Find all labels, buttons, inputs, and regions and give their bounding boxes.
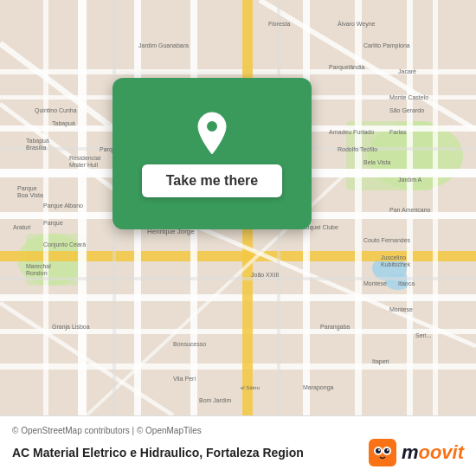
- svg-text:Boa Vista: Boa Vista: [17, 192, 43, 198]
- svg-text:Marechal: Marechal: [26, 263, 51, 269]
- svg-text:Montese: Montese: [389, 306, 413, 312]
- svg-text:Parquelândia: Parquelândia: [329, 64, 364, 71]
- svg-text:Álvaro Weyne: Álvaro Weyne: [338, 20, 376, 28]
- svg-text:Parque: Parque: [43, 220, 63, 227]
- svg-text:Jardim A: Jardim A: [398, 177, 422, 183]
- svg-text:Jardim Guanabara: Jardim Guanabara: [138, 42, 189, 48]
- svg-text:Mister Hull: Mister Hull: [69, 162, 99, 168]
- svg-point-87: [376, 448, 381, 453]
- take-me-there-button[interactable]: Take me there: [142, 164, 282, 197]
- svg-text:Farlas: Farlas: [389, 129, 407, 135]
- svg-rect-84: [369, 439, 396, 466]
- svg-text:el Sátiro: el Sátiro: [241, 385, 261, 390]
- svg-text:Tabapuá: Tabapuá: [52, 120, 75, 127]
- svg-text:Bonsucesso: Bonsucesso: [173, 341, 206, 347]
- map-container: Henrique Jorge João XXIII Jóquei Clube P…: [0, 0, 476, 415]
- svg-text:Itaoca: Itaoca: [398, 280, 415, 286]
- svg-text:Maraponga: Maraponga: [303, 384, 334, 391]
- svg-text:Carlito Pamplona: Carlito Pamplona: [363, 42, 410, 49]
- svg-text:Parque: Parque: [17, 185, 37, 192]
- svg-text:Tabapuá: Tabapuá: [26, 138, 49, 145]
- svg-text:Kubitschek: Kubitschek: [381, 261, 411, 267]
- svg-text:Rondon: Rondon: [26, 270, 48, 276]
- svg-text:Residencial: Residencial: [69, 155, 101, 161]
- svg-text:Araturi: Araturi: [13, 224, 31, 230]
- svg-text:Montese: Montese: [363, 280, 387, 286]
- svg-text:Floresta: Floresta: [268, 21, 290, 27]
- moovit-text-label: moovit: [402, 441, 464, 464]
- svg-point-88: [384, 448, 389, 453]
- svg-text:Jacaré: Jacaré: [398, 68, 416, 74]
- moovit-brand: moovit: [369, 439, 464, 466]
- attribution-text: © OpenStreetMap contributors | © OpenMap…: [12, 426, 464, 435]
- svg-text:São Gerardo: São Gerardo: [389, 107, 424, 113]
- svg-rect-15: [0, 363, 476, 370]
- svg-text:Monte Castelo: Monte Castelo: [389, 94, 428, 100]
- svg-text:Seri...: Seri...: [415, 332, 431, 338]
- svg-text:Pan Americano: Pan Americano: [389, 207, 431, 213]
- svg-text:Brasília: Brasília: [26, 145, 46, 151]
- svg-text:Couto Fernandes: Couto Fernandes: [363, 237, 411, 243]
- svg-point-83: [206, 120, 218, 132]
- location-card: Take me there: [113, 78, 312, 229]
- svg-text:Vila Peri: Vila Peri: [173, 376, 196, 382]
- svg-text:Parangaba: Parangaba: [320, 324, 350, 331]
- location-title: AC Material Eletrico e Hidraulico, Forta…: [12, 446, 304, 460]
- svg-text:Itaperi: Itaperi: [372, 358, 389, 365]
- moovit-owl-icon: [369, 439, 396, 466]
- svg-text:Juscelino: Juscelino: [381, 254, 406, 261]
- svg-text:Granja Lisboa: Granja Lisboa: [52, 324, 90, 331]
- svg-text:Conjunto Ceará: Conjunto Ceará: [43, 241, 86, 248]
- map-pin-icon: [193, 111, 231, 156]
- svg-text:Parque Albano: Parque Albano: [43, 203, 83, 209]
- svg-text:Amadeu Furtado: Amadeu Furtado: [329, 129, 374, 135]
- svg-text:Bela Vista: Bela Vista: [363, 159, 390, 165]
- svg-rect-24: [433, 0, 438, 415]
- svg-text:Rodolfo Teófilo: Rodolfo Teófilo: [338, 146, 377, 152]
- svg-text:Bom Jardim: Bom Jardim: [199, 397, 232, 403]
- svg-text:João XXIII: João XXIII: [251, 272, 279, 278]
- svg-point-89: [378, 449, 380, 451]
- svg-text:Quintino Cunha: Quintino Cunha: [35, 107, 77, 114]
- svg-rect-10: [0, 294, 476, 301]
- footer: © OpenStreetMap contributors | © OpenMap…: [0, 415, 476, 476]
- svg-point-90: [387, 449, 389, 451]
